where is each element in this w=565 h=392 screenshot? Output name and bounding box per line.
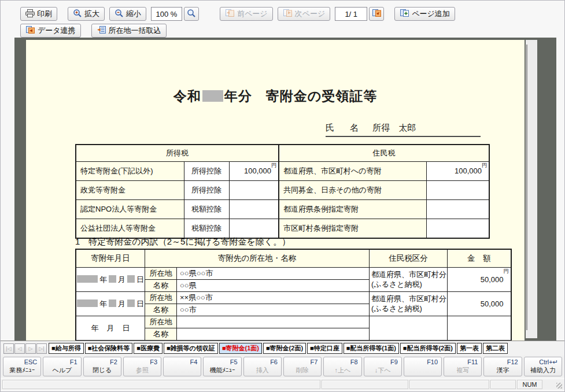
data-link-label: データ連携 [38,25,76,36]
header-category: 住民税区分 [370,249,448,268]
zoom-in-button[interactable]: 拡大 [68,7,105,21]
add-page-label: ページ追加 [412,9,450,19]
amount-cell[interactable] [426,180,489,199]
recipient-name-cell[interactable]: ○○市 [177,304,370,316]
add-page-icon [400,9,409,19]
add-page-button[interactable]: ページ追加 [394,7,455,21]
recipient-name-cell[interactable]: ○○県 [177,280,370,292]
amount-cell[interactable] [229,180,279,199]
magnifier-icon [187,9,196,20]
tab-dividend-page2[interactable]: ■配当所得等(2面) [400,343,456,354]
zoom-select-button[interactable] [184,7,199,21]
prev-page-label: 前ページ [237,9,268,19]
printer-icon [25,9,35,19]
amount-cell[interactable] [229,219,279,238]
fn-f1-help[interactable]: F1ヘルプ [43,357,81,376]
last-page-icon[interactable]: ▷| [36,343,47,354]
zoom-out-label: 縮小 [126,9,141,19]
status-segment [409,380,489,389]
first-page-icon[interactable]: |◁ [3,343,14,354]
zoom-out-icon [115,9,124,20]
date-cell[interactable]: 年月日 [76,316,145,341]
document-viewport: 令和年分 寄附金の受領証等 氏 名 所得 太郎 所得税 住民税 特定寄附金(下記… [14,38,556,341]
fn-f6-insert: F6挿入 [243,357,282,376]
name-label: 氏 名 [326,123,362,132]
tab-specified-account[interactable]: ■特定口座 [307,343,342,354]
tax-row-label: 市区町村条例指定寄附 [279,219,426,238]
deduction-type: 税額控除 [184,219,229,238]
amount-cell[interactable]: 円50,000 [448,268,511,292]
tax-row-label: 公益社団法人等寄附金 [76,219,184,238]
tab-donation-page1[interactable]: ■寄附金(1面) [219,343,262,354]
status-segment [2,380,320,389]
prev-page-icon [225,9,235,19]
tab-form2[interactable]: 第二表 [483,343,508,354]
vertical-scrollbar[interactable] [526,40,537,338]
title-suffix: 年分 寄附金の受領証等 [224,88,378,103]
page-indicator-field[interactable]: 1/ 1 [335,7,367,21]
amount-cell[interactable]: 円100,000 [229,161,279,180]
fn-ctrl-enter-aux-input[interactable]: Ctrl+↵補助入力 [524,357,562,376]
date-cell[interactable]: 年月日 [76,292,145,316]
tax-row-label: 認定NPO法人等寄附金 [76,199,184,219]
zoom-in-label: 拡大 [84,9,99,19]
amount-cell[interactable] [229,199,279,219]
income-tax-header: 所得税 [76,145,279,161]
resize-grip[interactable] [544,380,563,389]
fn-f5-function-menu[interactable]: F5機能ﾒﾆｭｰ [203,357,241,376]
num-lock-indicator: NUM [517,380,542,389]
tab-dividend-page1[interactable]: ■配当所得等(1面) [344,343,399,354]
form-tab-bar: |◁ ◁ ▷ ▷| ■給与所得 ■社会保険料等 ■医療費 ■雑損等の領収証 ■寄… [1,341,564,356]
address-mini-label: 所在地 [145,268,177,280]
fn-f10: F10 [404,357,442,376]
tax-row-label: 都道府県、市区町村への寄附 [279,161,426,180]
tab-medical-expenses[interactable]: ■医療費 [134,343,163,354]
tab-donation-page2[interactable]: ■寄附金(2面) [263,343,306,354]
amount-cell[interactable]: 円100,000 [426,161,489,180]
address-cell[interactable] [177,316,370,328]
document-title: 令和年分 寄附金の受領証等 [26,87,525,105]
tab-salary-income[interactable]: ■給与所得 [49,343,84,354]
date-cell[interactable]: 年月日 [76,268,145,292]
fn-f2-close[interactable]: F2閉じる [83,357,121,376]
tax-row-label: 共同募金、日赤その他の寄附 [279,180,426,199]
recipient-name-cell[interactable] [177,328,370,341]
date-redaction-box [77,275,98,283]
page-jump-button[interactable] [369,7,384,21]
fn-f8-move-up: F8↑上へ [323,357,361,376]
resident-tax-category-cell[interactable]: 都道府県、市区町村分(ふるさと納税) [370,268,448,292]
amount-cell[interactable]: 50,000 [448,292,511,316]
address-cell[interactable]: ××県○○市 [177,292,370,304]
date-redaction-box [109,275,116,283]
zoom-out-button[interactable]: 縮小 [109,7,146,21]
address-mini-label: 所在地 [145,292,177,304]
tab-social-insurance[interactable]: ■社会保険料等 [85,343,133,354]
prev-tab-icon[interactable]: ◁ [14,343,25,354]
data-link-button[interactable]: データ連携 [20,24,81,38]
zoom-percent-field[interactable]: 100 % [151,7,182,21]
date-redaction-box [77,299,98,307]
header-date: 寄附年月日 [76,249,145,268]
fn-esc-business-menu[interactable]: ESC業務ﾒﾆｭｰ [3,357,41,376]
tab-casualty-receipts[interactable]: ■雑損等の領収証 [164,343,218,354]
bulk-import-button[interactable]: 所在地一括取込 [91,24,167,38]
deduction-type: 所得控除 [184,180,229,199]
fn-f11-copy: F11複写 [444,357,482,376]
tax-summary-table: 所得税 住民税 特定寄附金(下記以外) 所得控除 円100,000 都道府県、市… [75,144,490,239]
amount-cell[interactable] [426,219,489,238]
print-button[interactable]: 印刷 [20,7,57,21]
next-page-label: 次ページ [295,9,326,19]
address-cell[interactable]: ○○県○○市 [177,268,370,280]
tab-form1[interactable]: 第一表 [457,343,482,354]
amount-cell[interactable] [426,199,489,219]
status-segment [322,380,408,389]
scrollbar-thumb[interactable] [526,45,527,330]
resident-tax-category-cell[interactable]: 都道府県、市区町村分(ふるさと納税) [370,292,448,316]
fn-f12-kanji[interactable]: F12漢字 [483,357,522,376]
prev-page-button: 前ページ [220,7,273,21]
resident-tax-category-cell[interactable] [370,316,448,341]
amount-cell[interactable] [448,316,511,341]
name-mini-label: 名称 [145,328,177,341]
status-bar: NUM [1,379,564,390]
next-tab-icon[interactable]: ▷ [25,343,36,354]
